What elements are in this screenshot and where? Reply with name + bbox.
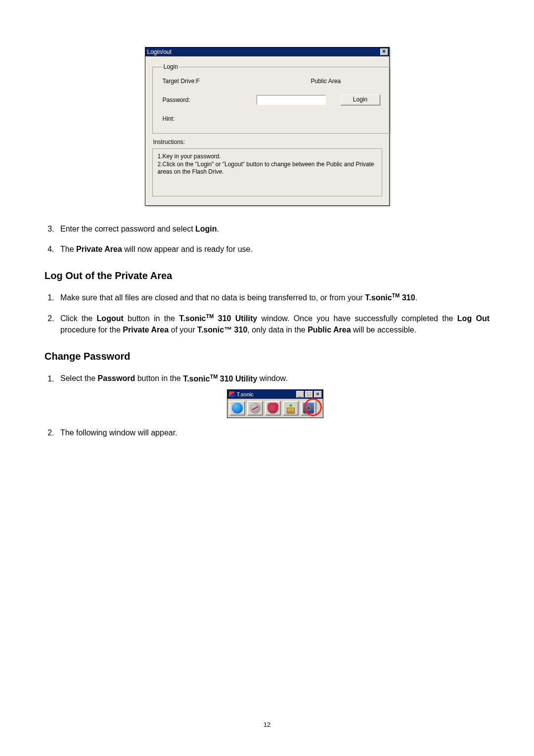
- change-password-steps-list: Select the Password button in the T.soni…: [44, 373, 490, 438]
- chpw-step-1: Select the Password button in the T.soni…: [56, 373, 490, 418]
- password-row: Password: Login: [163, 94, 380, 105]
- step-3: Enter the correct password and select Lo…: [56, 223, 490, 235]
- instruction-1: 1.Key in your password.: [158, 153, 377, 161]
- target-drive-label: Target Drive:F: [163, 78, 257, 85]
- utility-window-screenshot: T.sonic _ □ ×: [227, 389, 323, 418]
- disable-button[interactable]: [247, 401, 263, 416]
- cloud-icon: [267, 403, 278, 414]
- logout-steps-list: Make sure that all files are closed and …: [44, 292, 490, 335]
- logout-step-2: Click the Logout button in the T.sonicTM…: [56, 313, 490, 336]
- logout-button[interactable]: [265, 401, 281, 416]
- maximize-icon: □: [305, 391, 313, 398]
- instruction-2: 2.Click on the "Login" or "Logout" butto…: [158, 161, 377, 176]
- close-icon[interactable]: ×: [314, 391, 322, 398]
- utility-titlebar: T.sonic _ □ ×: [227, 390, 323, 399]
- utility-toolbar: [227, 399, 323, 418]
- lock-icon: [285, 403, 296, 414]
- close-icon[interactable]: ×: [380, 48, 388, 55]
- logout-step-1: Make sure that all files are closed and …: [56, 292, 490, 304]
- password-input[interactable]: [257, 95, 326, 105]
- utility-title: T.sonic: [237, 390, 254, 399]
- login-fieldset: Login Target Drive:F Public Area Passwor…: [152, 63, 391, 134]
- hint-row: Hint:: [163, 115, 380, 122]
- app-icon: [228, 391, 235, 398]
- dialog-title: Login/out: [147, 47, 172, 56]
- hint-label: Hint:: [163, 115, 257, 122]
- chpw-step-2: The following window will appear.: [56, 427, 490, 438]
- instructions-box: 1.Key in your password. 2.Click on the "…: [152, 148, 382, 196]
- area-value: Public Area: [311, 78, 341, 85]
- utility-window: T.sonic _ □ ×: [227, 389, 323, 418]
- login-button[interactable]: Login: [341, 94, 380, 105]
- login-legend: Login: [163, 63, 179, 70]
- password-label: Password:: [163, 96, 257, 103]
- target-drive-row: Target Drive:F Public Area: [163, 78, 380, 85]
- slash-icon: [250, 403, 261, 414]
- page-number: 12: [0, 721, 534, 728]
- dialog-titlebar: Login/out ×: [145, 47, 389, 56]
- info-icon: [232, 403, 243, 414]
- login-dialog: Login/out × Login Target Drive:F Public …: [145, 47, 390, 206]
- instructions-label: Instructions:: [153, 139, 382, 145]
- step-4: The Private Area will now appear and is …: [56, 243, 490, 255]
- info-button[interactable]: [229, 401, 245, 416]
- heading-change-password: Change Password: [44, 349, 490, 364]
- dialog-body: Login Target Drive:F Public Area Passwor…: [145, 56, 389, 205]
- steps-list-continue: Enter the correct password and select Lo…: [44, 223, 490, 255]
- password-button[interactable]: [301, 401, 316, 416]
- heading-log-out: Log Out of the Private Area: [44, 269, 490, 283]
- password-icon: [303, 403, 314, 414]
- minimize-icon[interactable]: _: [296, 391, 304, 398]
- lock-button[interactable]: [283, 401, 299, 416]
